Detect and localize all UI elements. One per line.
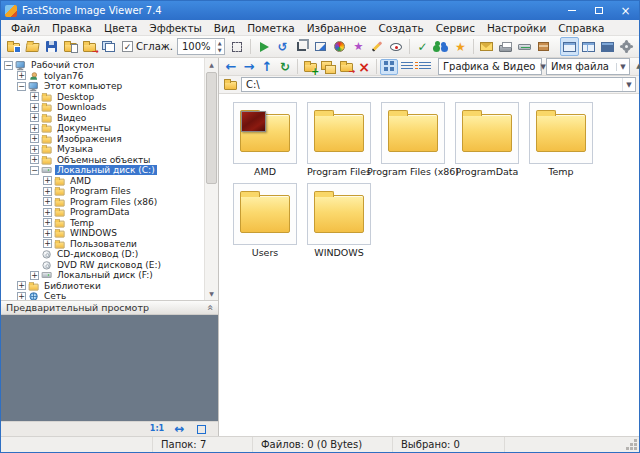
tree-item[interactable]: −Этот компьютер: [1, 81, 204, 92]
view-windowed-button[interactable]: [579, 37, 598, 56]
tag-check-button[interactable]: ✓: [413, 37, 432, 56]
tree-item[interactable]: +Объемные объекты: [1, 155, 204, 166]
tree-item[interactable]: +Локальный диск (F:): [1, 270, 204, 281]
folder-thumbnail[interactable]: Program Files: [303, 102, 375, 177]
delete-button[interactable]: ×: [355, 59, 373, 75]
open-file-button[interactable]: [23, 37, 42, 56]
zoom-spinner[interactable]: ▲▼: [215, 40, 224, 54]
folder-thumbnail[interactable]: Temp: [525, 102, 597, 177]
menu-item[interactable]: Файл: [5, 22, 46, 34]
save-as-button[interactable]: [42, 37, 61, 56]
settings-button[interactable]: [617, 37, 636, 56]
up-button[interactable]: ↑: [258, 59, 276, 75]
favorites-button[interactable]: ★: [451, 37, 470, 56]
effects-button[interactable]: ★: [349, 37, 368, 56]
tree-scrollbar[interactable]: ▲ ▼: [204, 58, 218, 300]
print-button[interactable]: [496, 37, 515, 56]
tree-item[interactable]: +Видео: [1, 113, 204, 124]
forward-button[interactable]: →: [240, 59, 258, 75]
view-list-button[interactable]: [398, 59, 416, 75]
tree-item[interactable]: +Документы: [1, 123, 204, 134]
folder-thumbnail[interactable]: ProgramData: [451, 102, 523, 177]
tree-item[interactable]: +Музыка: [1, 144, 204, 155]
spin-up-icon[interactable]: ▲: [216, 40, 224, 47]
expander-icon[interactable]: +: [43, 187, 52, 196]
menu-item[interactable]: Вид: [208, 22, 241, 34]
expander-icon[interactable]: +: [30, 92, 39, 101]
menu-item[interactable]: Цвета: [98, 22, 143, 34]
tree-item[interactable]: +Program Files (x86): [1, 197, 204, 208]
view-thumbnails-button[interactable]: [380, 59, 398, 75]
view-details-button[interactable]: [416, 59, 434, 75]
smooth-checkbox[interactable]: Сглаж.: [122, 41, 173, 52]
menu-item[interactable]: Сервис: [430, 22, 481, 34]
expander-icon[interactable]: +: [17, 281, 26, 290]
expander-icon[interactable]: +: [17, 292, 26, 300]
rotate-left-button[interactable]: ↺: [273, 37, 292, 56]
tree-item[interactable]: −Локальный диск (C:): [1, 165, 204, 176]
expander-icon[interactable]: +: [30, 155, 39, 164]
users-button[interactable]: [432, 37, 451, 56]
sort-select[interactable]: Имя файла ▼: [546, 58, 630, 75]
tree-item[interactable]: +Библиотеки: [1, 281, 204, 292]
menu-item[interactable]: Эффекты: [143, 22, 208, 34]
expander-icon[interactable]: +: [30, 271, 39, 280]
folder-thumbnail[interactable]: WINDOWS: [303, 183, 375, 258]
red-eye-button[interactable]: [387, 37, 406, 56]
browse-folders-button[interactable]: [4, 37, 23, 56]
zoom-actual-button[interactable]: 1:1: [148, 423, 166, 436]
expander-icon[interactable]: +: [30, 113, 39, 122]
crop-button[interactable]: [292, 37, 311, 56]
copy-button[interactable]: [319, 59, 337, 75]
expander-icon[interactable]: +: [43, 229, 52, 238]
minimize-button[interactable]: [558, 1, 585, 20]
tree-item[interactable]: +Temp: [1, 218, 204, 229]
resize-button[interactable]: [311, 37, 330, 56]
expander-icon[interactable]: +: [43, 208, 52, 217]
tree-item[interactable]: +Сеть: [1, 291, 204, 300]
menu-item[interactable]: Справка: [552, 22, 610, 34]
tree-item[interactable]: −Рабочий стол: [1, 60, 204, 71]
expander-icon[interactable]: +: [43, 239, 52, 248]
sort-asc-button[interactable]: ▲: [630, 59, 640, 75]
scan-button[interactable]: [515, 37, 534, 56]
expander-icon[interactable]: +: [43, 197, 52, 206]
folder-thumbnail[interactable]: Program Files (x86): [377, 102, 449, 177]
file-filter-select[interactable]: Графика & Видео ▼: [438, 58, 542, 75]
adjust-colors-button[interactable]: [330, 37, 349, 56]
email-button[interactable]: [477, 37, 496, 56]
address-dropdown-icon[interactable]: ▼: [622, 78, 635, 91]
tree-item[interactable]: DVD RW дисковод (E:): [1, 260, 204, 271]
expander-icon[interactable]: +: [43, 218, 52, 227]
tree-item[interactable]: +Downloads: [1, 102, 204, 113]
back-button[interactable]: ←: [222, 59, 240, 75]
scroll-down-button[interactable]: ▼: [205, 287, 218, 300]
move-to-folder-button[interactable]: [80, 37, 99, 56]
new-folder-button[interactable]: [301, 59, 319, 75]
tree-item[interactable]: +Desktop: [1, 92, 204, 103]
spin-down-icon[interactable]: ▼: [216, 47, 224, 54]
compare-images-button[interactable]: [99, 37, 118, 56]
zoom-combobox[interactable]: 100% ▲▼: [177, 38, 225, 55]
maximize-button[interactable]: [585, 1, 612, 20]
draw-button[interactable]: [368, 37, 387, 56]
tree-item[interactable]: +ProgramData: [1, 207, 204, 218]
refresh-button[interactable]: ↻: [276, 59, 294, 75]
tree-item[interactable]: +WINDOWS: [1, 228, 204, 239]
copy-to-folder-button[interactable]: [61, 37, 80, 56]
select-tool-button[interactable]: [228, 37, 247, 56]
tree-item[interactable]: +Пользователи: [1, 239, 204, 250]
menu-item[interactable]: Создать: [372, 22, 429, 34]
lock-zoom-button[interactable]: [192, 423, 210, 436]
menu-item[interactable]: Настройки: [481, 22, 552, 34]
view-browser-button[interactable]: [560, 37, 579, 56]
tree-item[interactable]: +AMD: [1, 176, 204, 187]
fit-window-button[interactable]: ↔: [170, 423, 188, 436]
tree-item[interactable]: CD-дисковод (D:): [1, 249, 204, 260]
folder-thumbnail[interactable]: AMD: [229, 102, 301, 177]
view-fullscreen-button[interactable]: [598, 37, 617, 56]
expander-icon[interactable]: −: [30, 166, 39, 175]
tree-item[interactable]: +Изображения: [1, 134, 204, 145]
tree-item[interactable]: +tolyan76: [1, 71, 204, 82]
collapse-preview-icon[interactable]: «: [204, 304, 215, 310]
